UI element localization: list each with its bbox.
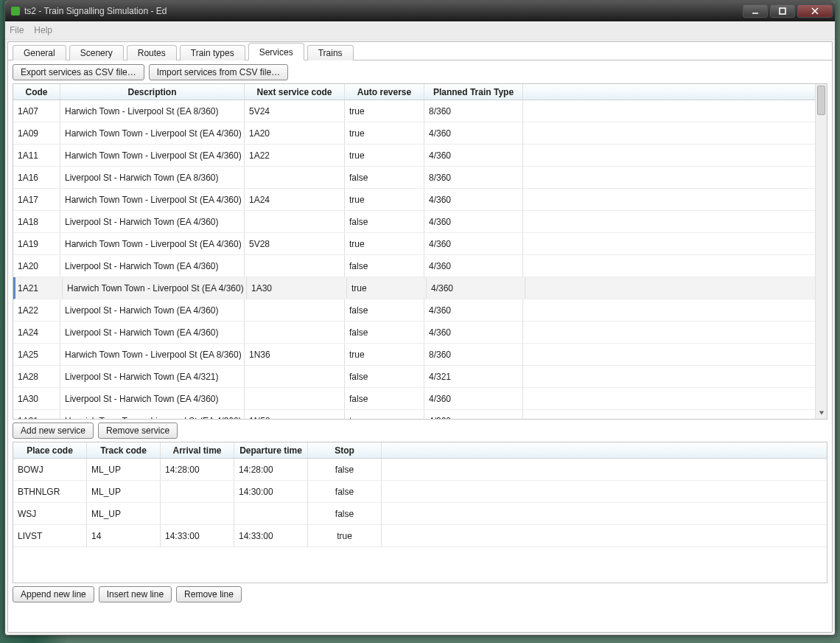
titlebar[interactable]: ts2 - Train Signalling Simulation - Ed [5,1,835,21]
table-row[interactable]: 1A28Liverpool St - Harwich Town (EA 4/32… [13,366,827,388]
stops-table-header: Place code Track code Arrival time Depar… [13,442,827,459]
window-title: ts2 - Train Signalling Simulation - Ed [24,6,167,16]
tab-trains[interactable]: Trains [307,45,354,60]
append-line-button[interactable]: Append new line [13,586,94,602]
col-description[interactable]: Description [60,84,245,100]
table-row[interactable]: 1A20Liverpool St - Harwich Town (EA 4/36… [13,255,827,277]
add-service-button[interactable]: Add new service [13,423,94,439]
services-table-header: Code Description Next service code Auto … [13,84,827,100]
table-row[interactable]: 1A31Harwich Town Town - Liverpool St (EA… [13,410,827,419]
scroll-thumb[interactable] [817,86,825,115]
table-row[interactable]: 1A25Harwich Town Town - Liverpool St (EA… [13,344,827,366]
export-csv-button[interactable]: Export services as CSV file… [13,64,144,80]
col-auto-reverse[interactable]: Auto reverse [345,84,424,100]
services-scrollbar[interactable] [815,84,827,419]
table-row[interactable]: 1A09Harwich Town Town - Liverpool St (EA… [13,122,827,145]
tab-scenery[interactable]: Scenery [69,45,124,60]
tab-general[interactable]: General [13,45,66,60]
tab-content-services: Export services as CSV file… Import serv… [8,60,832,632]
menu-file[interactable]: File [10,25,24,35]
col-code[interactable]: Code [13,84,60,100]
tab-routes[interactable]: Routes [127,45,177,60]
table-row[interactable]: 1A18Liverpool St - Harwich Town (EA 4/36… [13,211,827,233]
tab-services[interactable]: Services [248,43,304,60]
table-row[interactable]: 1A07Harwich Town - Liverpool St (EA 8/36… [13,100,827,122]
col-planned-train-type[interactable]: Planned Train Type [424,84,523,100]
services-table-body[interactable]: 1A07Harwich Town - Liverpool St (EA 8/36… [13,100,827,419]
col-departure-time[interactable]: Departure time [234,442,308,458]
close-button[interactable] [797,4,833,18]
stops-table: Place code Track code Arrival time Depar… [13,442,827,583]
services-buttons: Add new service Remove service [13,423,827,439]
menubar: File Help [5,21,835,40]
services-table: Code Description Next service code Auto … [13,83,827,420]
minimize-button[interactable] [743,4,768,18]
stops-buttons: Append new line Insert new line Remove l… [13,586,827,602]
table-row[interactable]: LIVST1414:33:0014:33:00true [13,525,827,547]
client-area: GeneralSceneryRoutesTrain typesServicesT… [7,41,833,633]
stops-table-body[interactable]: BOWJML_UP14:28:0014:28:00falseBTHNLGRML_… [13,459,827,583]
table-row[interactable]: 1A22Liverpool St - Harwich Town (EA 4/36… [13,299,827,322]
table-row[interactable]: BOWJML_UP14:28:0014:28:00false [13,459,827,481]
col-next-service[interactable]: Next service code [245,84,345,100]
scroll-down-icon[interactable] [816,407,827,419]
import-csv-button[interactable]: Import services from CSV file… [149,64,288,80]
tabs-row: GeneralSceneryRoutesTrain typesServicesT… [8,43,832,60]
menu-help[interactable]: Help [34,25,52,35]
col-stop[interactable]: Stop [308,442,382,458]
remove-line-button[interactable]: Remove line [176,586,242,602]
app-icon [11,7,20,15]
table-row[interactable]: BTHNLGRML_UP14:30:00false [13,481,827,503]
col-arrival-time[interactable]: Arrival time [161,442,234,458]
col-track-code[interactable]: Track code [87,442,161,458]
remove-service-button[interactable]: Remove service [98,423,178,439]
table-row[interactable]: 1A30Liverpool St - Harwich Town (EA 4/36… [13,388,827,410]
table-row[interactable]: 1A19Harwich Town Town - Liverpool St (EA… [13,233,827,255]
table-row[interactable]: 1A21Harwich Town Town - Liverpool St (EA… [13,277,827,299]
maximize-button[interactable] [770,4,795,18]
services-toolbar: Export services as CSV file… Import serv… [13,64,827,80]
col-place-code[interactable]: Place code [13,442,87,458]
svg-rect-1 [780,8,785,14]
table-row[interactable]: 1A16Liverpool St - Harwich Town (EA 8/36… [13,167,827,189]
table-row[interactable]: 1A24Liverpool St - Harwich Town (EA 4/36… [13,322,827,344]
tab-train-types[interactable]: Train types [180,45,245,60]
table-row[interactable]: 1A11Harwich Town Town - Liverpool St (EA… [13,145,827,167]
table-row[interactable]: 1A17Harwich Town Town - Liverpool St (EA… [13,189,827,211]
table-row[interactable]: WSJML_UPfalse [13,503,827,525]
insert-line-button[interactable]: Insert new line [99,586,172,602]
app-window: ts2 - Train Signalling Simulation - Ed F… [4,0,836,636]
svg-marker-5 [819,411,823,415]
